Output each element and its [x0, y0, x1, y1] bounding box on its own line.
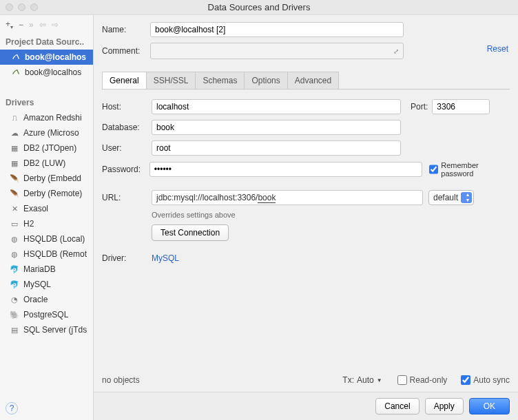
datasource-item[interactable]: book@localhos: [0, 65, 93, 80]
title-bar: Data Sources and Drivers: [0, 0, 518, 15]
sidebar-toolbar: +▾ − » ⇦ ⇨: [0, 15, 93, 34]
driver-item[interactable]: 🪶Derby (Remote): [0, 186, 93, 201]
chevron-down-icon: ▼: [377, 377, 382, 384]
driver-icon: 🐬: [10, 264, 19, 274]
chevron-updown-icon: ▴▾: [466, 192, 469, 203]
close-icon[interactable]: [6, 3, 13, 11]
help-icon: ?: [6, 402, 18, 414]
datasource-label: book@localhos: [25, 52, 86, 62]
tab-schemas[interactable]: Schemas: [195, 72, 245, 89]
forward-icon[interactable]: ⇨: [52, 20, 59, 30]
driver-item[interactable]: 🪶Derby (Embedd: [0, 171, 93, 186]
driver-label: PostgreSQL: [23, 310, 68, 319]
driver-label: Oracle: [23, 295, 48, 304]
zoom-icon[interactable]: [30, 3, 38, 11]
password-input[interactable]: [149, 162, 422, 177]
host-input[interactable]: [152, 99, 401, 114]
driver-label: Amazon Redshi: [23, 113, 82, 123]
window-controls: [6, 3, 38, 11]
add-icon[interactable]: +▾: [6, 19, 13, 30]
driver-icon: 🪶: [10, 174, 19, 183]
driver-label: HSQLDB (Local): [23, 234, 85, 244]
driver-item[interactable]: ☁Azure (Microso: [0, 125, 93, 140]
url-hint: Overrides settings above: [152, 211, 510, 219]
driver-item[interactable]: 🐘PostgreSQL: [0, 307, 93, 322]
driver-label: MySQL: [23, 280, 51, 289]
tab-general[interactable]: General: [102, 72, 147, 89]
autosync-checkbox[interactable]: Auto sync: [461, 375, 510, 385]
remove-icon[interactable]: −: [19, 20, 23, 30]
port-label: Port:: [411, 102, 428, 112]
driver-item[interactable]: 🐬MariaDB: [0, 262, 93, 277]
remember-password-input[interactable]: [429, 165, 438, 174]
minimize-icon[interactable]: [18, 3, 25, 11]
tab-options[interactable]: Options: [244, 72, 287, 89]
cancel-button[interactable]: Cancel: [375, 398, 419, 414]
remember-password-checkbox[interactable]: Remember password: [429, 161, 510, 178]
driver-item[interactable]: ▦DB2 (JTOpen): [0, 140, 93, 156]
name-input[interactable]: [150, 22, 404, 37]
driver-icon: ◍: [10, 249, 19, 259]
driver-label: SQL Server (jTds: [23, 325, 87, 335]
readonly-checkbox[interactable]: Read-only: [397, 375, 448, 385]
driver-icon: ◔: [10, 295, 19, 304]
database-input[interactable]: [152, 120, 401, 135]
dialog-buttons: Cancel Apply OK: [94, 392, 518, 420]
url-input[interactable]: jdbc:mysql://localhost:3306/book: [152, 190, 423, 205]
port-input[interactable]: [432, 99, 490, 114]
driver-item[interactable]: ▦DB2 (LUW): [0, 156, 93, 171]
ok-button[interactable]: OK: [469, 398, 510, 414]
driver-item[interactable]: ▭H2: [0, 216, 93, 231]
driver-item[interactable]: ◔Oracle: [0, 292, 93, 307]
help-button[interactable]: ?: [0, 397, 93, 420]
readonly-input[interactable]: [397, 375, 407, 385]
driver-icon: ▤: [10, 325, 19, 335]
apply-button[interactable]: Apply: [425, 398, 464, 414]
driver-item[interactable]: ◍HSQLDB (Remot: [0, 246, 93, 262]
tab-advanced[interactable]: Advanced: [287, 72, 339, 89]
driver-label: Azure (Microso: [23, 128, 79, 138]
driver-label: Exasol: [23, 204, 48, 213]
datasource-item-selected[interactable]: book@localhos: [0, 50, 93, 65]
driver-icon: ▦: [10, 143, 19, 153]
main-panel: Reset Name: Comment: ⤢ General SSH/SSL S…: [94, 15, 518, 420]
driver-icon: ☁: [10, 128, 19, 138]
status-bar: no objects Tx: Auto ▼ Read-only Auto syn…: [94, 368, 518, 392]
driver-icon: ✕: [10, 204, 19, 213]
more-icon[interactable]: »: [29, 20, 34, 30]
autosync-input[interactable]: [461, 375, 470, 385]
database-label: Database:: [102, 123, 152, 132]
expand-icon[interactable]: ⤢: [393, 48, 399, 55]
comment-input[interactable]: ⤢: [150, 43, 404, 59]
driver-label: Derby (Embedd: [23, 174, 81, 183]
tx-mode-dropdown[interactable]: Tx: Auto ▼: [342, 375, 382, 385]
password-label: Password:: [102, 165, 149, 174]
url-mode-select[interactable]: default ▴▾: [428, 190, 474, 205]
mysql-icon: [11, 52, 21, 62]
user-input[interactable]: [152, 140, 401, 156]
driver-link[interactable]: MySQL: [152, 253, 179, 263]
user-label: User:: [102, 143, 152, 153]
name-label: Name:: [102, 25, 150, 34]
section-datasources: Project Data Sourc..: [0, 34, 93, 50]
reset-link[interactable]: Reset: [487, 44, 508, 54]
section-drivers: Drivers: [0, 95, 93, 110]
tab-bar: General SSH/SSL Schemas Options Advanced: [102, 72, 510, 90]
driver-label: DB2 (JTOpen): [23, 143, 76, 153]
driver-item[interactable]: ◍HSQLDB (Local): [0, 231, 93, 246]
driver-icon: ▦: [10, 158, 19, 168]
sidebar: +▾ − » ⇦ ⇨ Project Data Sourc.. book@loc…: [0, 15, 94, 420]
window-title: Data Sources and Drivers: [208, 2, 311, 12]
driver-item[interactable]: ✕Exasol: [0, 201, 93, 216]
comment-label: Comment:: [102, 46, 150, 56]
back-icon[interactable]: ⇦: [39, 20, 46, 30]
driver-icon: ⎍: [10, 113, 19, 123]
host-label: Host:: [102, 102, 152, 112]
url-label: URL:: [102, 193, 152, 202]
tab-sshssl[interactable]: SSH/SSL: [146, 72, 196, 89]
driver-item[interactable]: 🐬MySQL: [0, 277, 93, 292]
test-connection-button[interactable]: Test Connection: [152, 224, 229, 241]
driver-item[interactable]: ⎍Amazon Redshi: [0, 110, 93, 125]
driver-label: DB2 (LUW): [23, 158, 65, 168]
driver-item[interactable]: ▤SQL Server (jTds: [0, 322, 93, 337]
